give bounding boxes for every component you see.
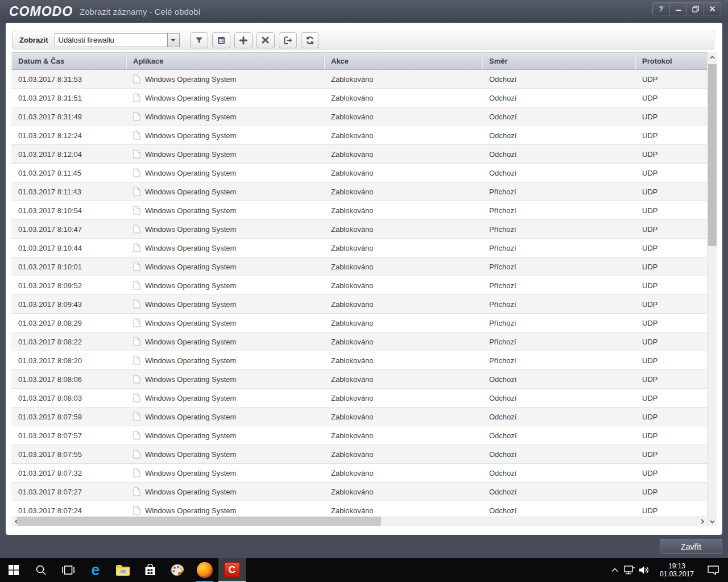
cell-application: Windows Operating System [126,257,324,276]
table-row[interactable]: 01.03.2017 8:08:06 Windows Operating Sys… [11,370,707,389]
table-row[interactable]: 01.03.2017 8:10:01 Windows Operating Sys… [11,257,707,276]
cell-action: Zablokováno [324,426,482,444]
table-row[interactable]: 01.03.2017 8:12:04 Windows Operating Sys… [11,145,707,164]
filter-icon [194,35,204,45]
scroll-right-button[interactable] [697,516,707,526]
table-row[interactable]: 01.03.2017 8:08:03 Windows Operating Sys… [11,389,707,408]
taskbar-clock[interactable]: 19:13 01.03.2017 [652,562,702,578]
table-body: 01.03.2017 8:31:53 Windows Operating Sys… [11,70,707,526]
table-row[interactable]: 01.03.2017 8:07:32 Windows Operating Sys… [11,464,707,483]
cell-application: Windows Operating System [126,314,324,332]
cell-action: Zablokováno [324,182,482,201]
table-row[interactable]: 01.03.2017 8:10:47 Windows Operating Sys… [11,220,707,239]
refresh-button[interactable] [301,32,319,48]
table-row[interactable]: 01.03.2017 8:10:44 Windows Operating Sys… [11,239,707,257]
table-row[interactable]: 01.03.2017 8:11:43 Windows Operating Sys… [11,182,707,201]
cell-protocol: UDP [635,426,707,444]
cell-datetime: 01.03.2017 8:10:54 [11,201,126,219]
table-row[interactable]: 01.03.2017 8:31:49 Windows Operating Sys… [11,107,707,126]
cell-action: Zablokováno [324,220,482,238]
log-type-dropdown[interactable]: Události firewallu [55,33,180,47]
cell-datetime: 01.03.2017 8:07:55 [11,445,126,463]
table-row[interactable]: 01.03.2017 8:07:55 Windows Operating Sys… [11,445,707,464]
add-filter-button[interactable] [234,32,253,48]
cell-action: Zablokováno [324,201,482,219]
dropdown-arrow-button[interactable] [167,34,179,47]
file-icon [133,206,140,215]
remove-filter-button[interactable] [257,32,275,48]
column-header-application[interactable]: Aplikace [126,53,324,69]
table-row[interactable]: 01.03.2017 8:09:43 Windows Operating Sys… [11,295,707,314]
table-row[interactable]: 01.03.2017 8:10:54 Windows Operating Sys… [11,201,707,220]
cell-action: Zablokováno [324,370,482,388]
column-header-direction[interactable]: Směr [482,53,635,69]
cell-action: Zablokováno [324,295,482,313]
cell-protocol: UDP [635,295,707,313]
calendar-button[interactable] [212,32,230,48]
vertical-scrollbar[interactable] [707,52,717,526]
scroll-down-button[interactable] [708,517,717,526]
export-button[interactable] [279,32,297,48]
file-icon [133,168,140,177]
cell-action: Zablokováno [324,126,482,144]
cell-datetime: 01.03.2017 8:12:24 [11,126,126,144]
close-window-button[interactable] [704,3,721,15]
cell-datetime: 01.03.2017 8:10:44 [11,239,126,257]
table-row[interactable]: 01.03.2017 8:07:57 Windows Operating Sys… [11,426,707,445]
horizontal-scrollbar-thumb[interactable] [17,517,381,526]
task-view-button[interactable] [55,558,82,582]
close-button[interactable]: Zavřít [660,539,722,554]
volume-tray-button[interactable] [637,558,652,582]
minimize-button[interactable] [669,3,686,15]
help-button[interactable]: ? [653,3,669,15]
vertical-scrollbar-thumb[interactable] [708,64,717,246]
table-row[interactable]: 01.03.2017 8:11:45 Windows Operating Sys… [11,164,707,182]
x-icon [260,35,270,45]
store-icon [144,564,156,576]
speaker-icon [639,566,650,575]
cell-datetime: 01.03.2017 8:08:22 [11,332,126,351]
table-header: Datum & Čas Aplikace Akce Směr Protokol [11,52,707,70]
paint-button[interactable] [164,558,191,582]
network-tray-button[interactable] [622,558,637,582]
cell-action: Zablokováno [324,389,482,407]
table-row[interactable]: 01.03.2017 8:31:53 Windows Operating Sys… [11,70,707,89]
edge-button[interactable]: e [82,558,109,582]
table-row[interactable]: 01.03.2017 8:08:29 Windows Operating Sys… [11,314,707,332]
chevron-down-icon [710,520,715,523]
start-button[interactable] [0,558,27,582]
horizontal-scrollbar[interactable] [11,516,707,526]
restore-button[interactable] [686,3,704,15]
windows-logo-icon [9,565,19,575]
cell-application: Windows Operating System [126,201,324,219]
cell-direction: Příchozí [482,201,635,219]
comodo-taskbar-button[interactable]: C [218,558,246,582]
taskbar-search-button[interactable] [27,558,55,582]
cell-action: Zablokováno [324,483,482,501]
scroll-up-button[interactable] [708,52,717,62]
store-button[interactable] [136,558,164,582]
cell-application: Windows Operating System [126,276,324,294]
table-row[interactable]: 01.03.2017 8:31:51 Windows Operating Sys… [11,89,707,107]
cell-datetime: 01.03.2017 8:07:57 [11,426,126,444]
column-header-datetime[interactable]: Datum & Čas [11,53,126,69]
cell-datetime: 01.03.2017 8:07:32 [11,464,126,482]
table-row[interactable]: 01.03.2017 8:07:59 Windows Operating Sys… [11,408,707,426]
table-row[interactable]: 01.03.2017 8:07:27 Windows Operating Sys… [11,483,707,501]
file-icon [133,225,140,234]
cell-protocol: UDP [635,370,707,388]
column-header-protocol[interactable]: Protokol [635,53,707,69]
cell-protocol: UDP [635,257,707,276]
file-explorer-button[interactable] [109,558,136,582]
tray-expand-button[interactable] [607,558,622,582]
column-header-action[interactable]: Akce [324,53,482,69]
cell-application: Windows Operating System [126,408,324,426]
filter-button[interactable] [190,32,208,48]
table-row[interactable]: 01.03.2017 8:12:24 Windows Operating Sys… [11,126,707,145]
table-row[interactable]: 01.03.2017 8:09:52 Windows Operating Sys… [11,276,707,295]
action-center-button[interactable] [702,558,725,582]
firefox-button[interactable] [191,558,218,582]
table-row[interactable]: 01.03.2017 8:08:20 Windows Operating Sys… [11,351,707,370]
table-row[interactable]: 01.03.2017 8:08:22 Windows Operating Sys… [11,332,707,351]
cell-protocol: UDP [635,332,707,351]
